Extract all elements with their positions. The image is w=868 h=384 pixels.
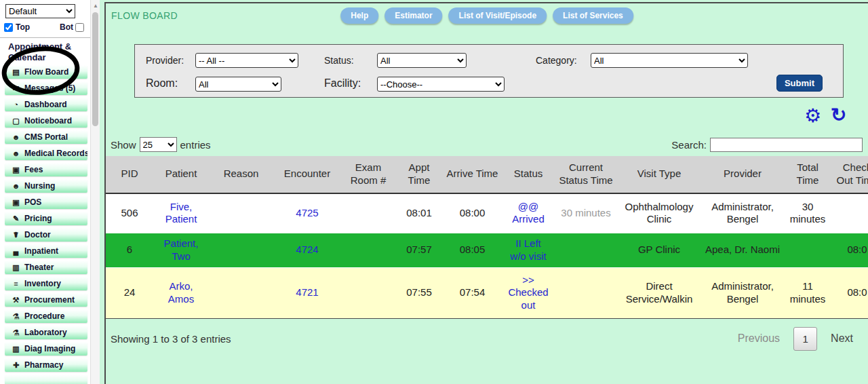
- column-header-total-time[interactable]: Total Time: [784, 156, 831, 193]
- sidebar-item-inpatient[interactable]: ▄Inpatient: [5, 244, 87, 258]
- current-page-button[interactable]: 1: [793, 327, 817, 351]
- next-page-button[interactable]: Next: [831, 332, 853, 345]
- money-icon: ▣: [12, 198, 20, 207]
- nurse-icon: ☻: [12, 182, 20, 190]
- table-header-row: PID Patient Reason Encounter Exam Room #…: [106, 156, 868, 193]
- sidebar-item-pricing[interactable]: ✎Pricing: [5, 212, 87, 225]
- show-label: Show: [111, 139, 136, 151]
- sidebar-item-theater[interactable]: ▥Theater: [5, 261, 87, 274]
- top-checkbox-label: Top: [16, 22, 30, 32]
- sidebar-item-inventory[interactable]: ≡Inventory: [5, 277, 87, 290]
- bot-checkbox[interactable]: [75, 23, 84, 32]
- cell-appt-time: 08:01: [395, 193, 443, 233]
- estimator-button[interactable]: Estimator: [384, 7, 442, 24]
- user-icon: ☻: [12, 133, 20, 141]
- status-select[interactable]: All: [377, 53, 467, 68]
- cell-current-status-time: 30 minutes: [555, 193, 617, 233]
- table-controls: Show 25 entries Search:: [106, 136, 868, 153]
- bot-checkbox-label: Bot: [60, 22, 73, 32]
- column-header-exam-room[interactable]: Exam Room #: [341, 156, 395, 193]
- sidebar-item-procedure[interactable]: ⚗Procedure: [5, 309, 87, 323]
- facility-select[interactable]: --Choose--: [377, 77, 505, 92]
- encounter-link[interactable]: 4721: [273, 267, 341, 318]
- encounter-link[interactable]: 4725: [273, 193, 341, 233]
- sidebar-item-messages[interactable]: ✉Messages (5): [5, 81, 87, 95]
- sidebar-item-dashboard[interactable]: ◔Dashboard: [5, 98, 87, 111]
- pagination: Previous 1 Next: [738, 327, 853, 351]
- sidebar-item-nursing[interactable]: ☻Nursing: [5, 179, 87, 193]
- top-checkbox[interactable]: [4, 23, 13, 32]
- flow-board-icon: ▤: [12, 68, 20, 77]
- sidebar-item-fees[interactable]: ▣Fees: [5, 163, 87, 176]
- patient-link[interactable]: Five, Patient: [153, 193, 209, 233]
- column-header-pid[interactable]: PID: [106, 156, 153, 193]
- main-content: FLOW BOARD Help Estimator List of Visit/…: [104, 2, 868, 384]
- cell-total-time: 11 minutes: [784, 267, 831, 318]
- sidebar-item-pos[interactable]: ▣POS: [5, 195, 87, 209]
- cell-check-out-time: 08:0: [831, 233, 868, 268]
- search-input[interactable]: [710, 138, 863, 152]
- caduceus-icon: ☤: [12, 231, 20, 239]
- page-length-select[interactable]: 25: [140, 137, 177, 152]
- table-footer: Showing 1 to 3 of 3 entries Previous 1 N…: [106, 327, 868, 351]
- category-select[interactable]: All: [591, 53, 748, 68]
- sidebar-item-medical-records[interactable]: ☻Medical Records: [5, 147, 87, 160]
- money-icon: ▣: [12, 166, 20, 174]
- sidebar-scrollbar[interactable]: ▲: [90, 0, 100, 384]
- room-select[interactable]: All: [195, 77, 281, 92]
- cell-exam-room: [341, 267, 395, 318]
- sidebar-item-procurement[interactable]: ⚒Procurement: [5, 293, 87, 307]
- provider-select[interactable]: -- All --: [195, 53, 298, 68]
- table-row: 6 Patient, Two 4724 07:57 08:05 II Left …: [106, 233, 868, 268]
- filter-panel: Provider: -- All -- Status: All Category…: [134, 44, 844, 98]
- sidebar-item-flow-board[interactable]: ▤Flow Board: [5, 65, 87, 79]
- patient-link[interactable]: Patient, Two: [153, 233, 209, 268]
- table-row: 24 Arko, Amos 4721 07:55 07:54 >> Checke…: [106, 267, 868, 318]
- sidebar-item-doctor[interactable]: ☤Doctor: [5, 228, 87, 242]
- profile-select[interactable]: Default: [5, 4, 75, 18]
- refresh-icon[interactable]: ↻: [831, 106, 846, 125]
- cell-appt-time: 07:57: [395, 233, 443, 268]
- column-header-arrive-time[interactable]: Arrive Time: [443, 156, 502, 193]
- scroll-up-icon[interactable]: ▲: [91, 1, 100, 11]
- list-of-services-button[interactable]: List of Services: [553, 7, 633, 24]
- list-of-visit-episode-button[interactable]: List of Visit/Episode: [449, 7, 547, 24]
- sidebar-divider: [0, 37, 90, 38]
- cell-current-status-time: [555, 267, 617, 318]
- column-header-reason[interactable]: Reason: [209, 156, 273, 193]
- top-bot-toggle-row: Top Bot: [4, 21, 87, 33]
- sidebar-item-clipped[interactable]: [5, 375, 87, 384]
- cart-icon: ⚒: [12, 296, 20, 305]
- sidebar-item-diag-imaging[interactable]: ▥Diag Imaging: [5, 342, 87, 356]
- cell-provider: Apea, Dr. Naomi: [701, 233, 784, 268]
- pencil-icon: ✎: [12, 214, 20, 223]
- column-header-status[interactable]: Status: [502, 156, 555, 193]
- sidebar-item-cms-portal[interactable]: ☻CMS Portal: [5, 130, 87, 144]
- sidebar-item-noticeboard[interactable]: ▢Noticeboard: [5, 114, 87, 128]
- flask-icon: ⚗: [12, 328, 20, 337]
- status-link[interactable]: @@ Arrived: [502, 193, 555, 233]
- cell-total-time: 30 minutes: [784, 193, 831, 233]
- column-header-encounter[interactable]: Encounter: [273, 156, 341, 193]
- column-header-patient[interactable]: Patient: [153, 156, 209, 193]
- status-link[interactable]: II Left w/o visit: [502, 233, 555, 268]
- medkit-icon: ✚: [12, 361, 20, 370]
- category-label: Category:: [536, 55, 577, 66]
- column-header-visit-type[interactable]: Visit Type: [617, 156, 701, 193]
- column-header-check-out-time[interactable]: Check Out Time: [831, 156, 868, 193]
- column-header-current-status-time[interactable]: Current Status Time: [555, 156, 617, 193]
- sidebar-item-laboratory[interactable]: ⚗Laboratory: [5, 326, 87, 339]
- cell-check-out-time: 08:0: [831, 267, 868, 318]
- column-header-provider[interactable]: Provider: [701, 156, 784, 193]
- status-link[interactable]: >> Checked out: [502, 267, 555, 318]
- column-header-appt-time[interactable]: Appt Time: [395, 156, 443, 193]
- sidebar-item-pharmacy[interactable]: ✚Pharmacy: [5, 358, 87, 372]
- settings-gear-icon[interactable]: ⚙: [804, 107, 821, 126]
- previous-page-button[interactable]: Previous: [738, 332, 780, 345]
- cell-visit-type: GP Clinic: [617, 233, 701, 268]
- scrollbar-thumb[interactable]: [92, 12, 98, 126]
- help-button[interactable]: Help: [340, 7, 378, 24]
- patient-link[interactable]: Arko, Amos: [153, 267, 209, 318]
- encounter-link[interactable]: 4724: [273, 233, 341, 268]
- submit-button[interactable]: Submit: [776, 75, 823, 92]
